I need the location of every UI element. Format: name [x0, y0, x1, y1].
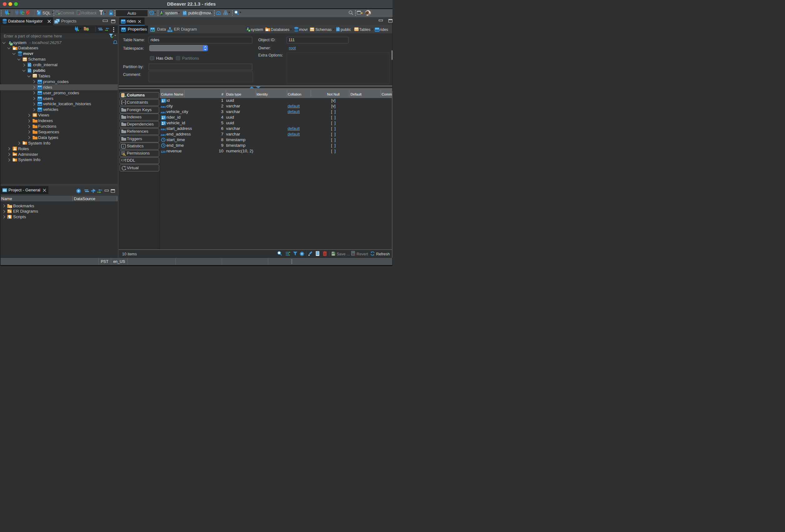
svg-text:i: i — [123, 145, 124, 148]
